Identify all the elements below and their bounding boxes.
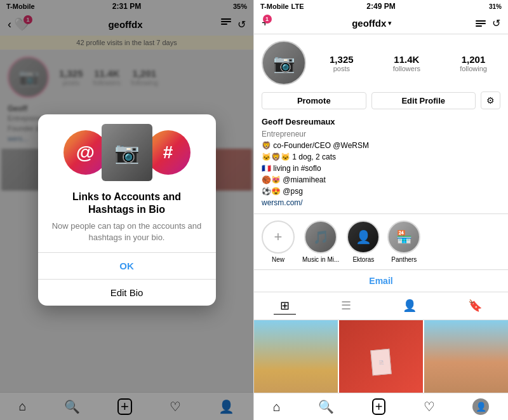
photo-cell-1[interactable] bbox=[254, 320, 338, 393]
highlight-ektoras-circle: 👤 bbox=[347, 220, 380, 254]
highlight-new[interactable]: + New bbox=[262, 220, 295, 263]
modal-hash-icon: # bbox=[146, 130, 190, 175]
right-username-area[interactable]: geoffdx ▾ bbox=[352, 18, 392, 29]
right-nav-search[interactable]: 🔍 bbox=[318, 399, 334, 414]
photo-cell-2[interactable]: 📄 bbox=[339, 320, 423, 393]
modal-box: @ 📷 # Links to Accounts and Hashtags in … bbox=[38, 114, 216, 306]
tab-person[interactable]: 👤 bbox=[396, 297, 423, 315]
right-stats-row: 1,325 posts 11.4K followers 1,201 follow… bbox=[316, 54, 500, 72]
highlight-panthers-label: Panthers bbox=[391, 256, 417, 263]
left-panel: T-Mobile 2:31 PM 35% ‹ 🤍 1 geoffdx ↺ bbox=[0, 0, 254, 420]
right-following-value: 1,201 bbox=[462, 54, 486, 65]
right-avatar: 📷 bbox=[262, 41, 306, 85]
highlight-new-label: New bbox=[272, 256, 284, 263]
right-time: 2:49 PM bbox=[366, 2, 395, 11]
edit-profile-button[interactable]: Edit Profile bbox=[371, 92, 476, 109]
highlight-music[interactable]: 🎵 Music in Mi... bbox=[302, 220, 339, 263]
right-panel: T-Mobile LTE 2:49 PM 31% + 1 geoffdx ▾ ↺ bbox=[254, 0, 508, 420]
right-bio-title: Entrepreneur bbox=[262, 128, 500, 140]
right-stats-icon[interactable] bbox=[476, 20, 486, 27]
right-battery-pct: 31% bbox=[489, 3, 502, 10]
right-stat-following: 1,201 following bbox=[460, 54, 487, 72]
highlight-panthers-circle: 🏪 bbox=[387, 220, 420, 254]
modal-photo: 📷 bbox=[102, 124, 152, 181]
right-network: LTE bbox=[291, 3, 304, 10]
modal-image-area: @ 📷 # bbox=[38, 114, 216, 184]
right-bio-line5: ⚽😍 @psg bbox=[262, 186, 500, 197]
right-status-left: T-Mobile LTE bbox=[260, 3, 304, 10]
tab-grid[interactable]: ⊞ bbox=[274, 297, 296, 315]
right-bio-line3: 🇫🇷 living in #soflo bbox=[262, 163, 500, 174]
right-chevron-icon: ▾ bbox=[388, 19, 392, 27]
right-nav-heart[interactable]: ♡ bbox=[424, 399, 435, 414]
photo-cell-3[interactable] bbox=[424, 320, 508, 393]
right-bio-section: Geoff Desreumaux Entrepreneur 🦁 co-Found… bbox=[262, 116, 500, 208]
highlight-panthers[interactable]: 🏪 Panthers bbox=[387, 220, 420, 263]
tab-bookmark[interactable]: 🔖 bbox=[462, 297, 488, 315]
right-status-right: 31% bbox=[489, 3, 502, 10]
right-buttons-row: Promote Edit Profile ⚙ bbox=[262, 91, 500, 109]
highlight-music-circle: 🎵 bbox=[304, 220, 337, 254]
email-button[interactable]: Email bbox=[369, 276, 392, 286]
right-bio-name: Geoff Desreumaux bbox=[262, 116, 500, 128]
right-carrier: T-Mobile bbox=[260, 3, 289, 10]
modal-overlay: @ 📷 # Links to Accounts and Hashtags in … bbox=[0, 0, 253, 420]
right-highlights-row: + New 🎵 Music in Mi... 👤 Ektoras 🏪 Panth… bbox=[254, 214, 508, 270]
right-following-label: following bbox=[460, 65, 487, 72]
settings-button[interactable]: ⚙ bbox=[481, 91, 500, 109]
right-nav-plus[interactable]: + bbox=[372, 398, 386, 415]
right-bio-line1: 🦁 co-Founder/CEO @WeRSM bbox=[262, 140, 500, 151]
right-notification-badge: 1 bbox=[263, 15, 272, 24]
tab-list[interactable]: ☰ bbox=[335, 297, 358, 315]
right-bio-line4: 🏀😻 @miamiheat bbox=[262, 174, 500, 186]
highlight-plus-icon: + bbox=[262, 220, 295, 254]
right-header-left: + 1 bbox=[262, 17, 269, 30]
right-status-bar: T-Mobile LTE 2:49 PM 31% bbox=[254, 0, 508, 13]
right-ig-header: + 1 geoffdx ▾ ↺ bbox=[254, 13, 508, 34]
highlight-ektoras-label: Ektoras bbox=[352, 256, 374, 263]
modal-edit-bio-button[interactable]: Edit Bio bbox=[38, 280, 216, 306]
right-nav-profile[interactable]: 👤 bbox=[472, 398, 489, 415]
right-bio-link[interactable]: wersm.com/ bbox=[262, 197, 500, 208]
promote-button[interactable]: Promote bbox=[262, 92, 366, 109]
right-email-row: Email bbox=[254, 270, 508, 292]
right-profile-section: 📷 1,325 posts 11.4K followers 1,201 foll… bbox=[254, 34, 508, 214]
right-tabs-row: ⊞ ☰ 👤 🔖 bbox=[254, 292, 508, 320]
highlight-music-label: Music in Mi... bbox=[302, 256, 339, 263]
right-followers-label: followers bbox=[393, 65, 420, 72]
right-header-username: geoffdx bbox=[352, 18, 386, 29]
right-bottom-nav: ⌂ 🔍 + ♡ 👤 bbox=[254, 393, 508, 420]
right-posts-value: 1,325 bbox=[330, 54, 354, 65]
right-profile-top: 📷 1,325 posts 11.4K followers 1,201 foll… bbox=[262, 41, 500, 85]
right-stat-posts: 1,325 posts bbox=[330, 54, 354, 72]
modal-title: Links to Accounts and Hashtags in Bio bbox=[38, 184, 216, 221]
right-header-right: ↺ bbox=[476, 17, 500, 29]
modal-description: Now people can tap on the accounts and h… bbox=[38, 220, 216, 252]
highlight-ektoras[interactable]: 👤 Ektoras bbox=[347, 220, 380, 263]
right-bio-line2: 🐱🦁🐱 1 dog, 2 cats bbox=[262, 151, 500, 163]
right-photo-grid: 📄 bbox=[254, 320, 508, 393]
modal-ok-button[interactable]: OK bbox=[38, 253, 216, 280]
right-plus-notification: + 1 bbox=[262, 17, 269, 30]
right-history-icon[interactable]: ↺ bbox=[492, 17, 500, 29]
right-posts-label: posts bbox=[333, 65, 350, 72]
right-nav-home[interactable]: ⌂ bbox=[273, 400, 281, 414]
right-followers-value: 11.4K bbox=[394, 54, 419, 65]
right-stat-followers: 11.4K followers bbox=[393, 54, 420, 72]
left-background: T-Mobile 2:31 PM 35% ‹ 🤍 1 geoffdx ↺ bbox=[0, 0, 253, 420]
